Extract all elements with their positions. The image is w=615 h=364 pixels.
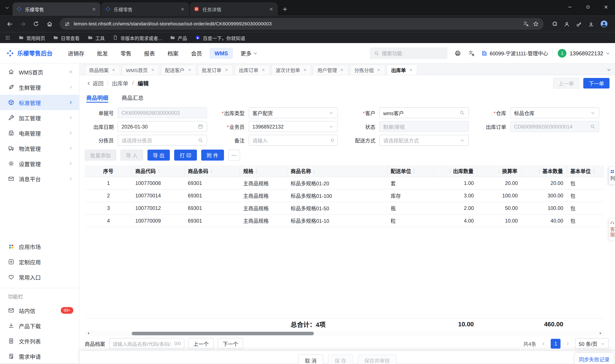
tab-close-icon[interactable] [180, 6, 185, 12]
sidebar-shortcut[interactable]: 常用入口 [0, 270, 79, 285]
column-header[interactable]: 商品条码 [185, 165, 240, 177]
browser-tab[interactable]: 乐檬零售 [13, 2, 100, 16]
columns-panel-handle[interactable]: 列 [609, 166, 615, 185]
table-row[interactable]: 410077000969301主商品规格标品多规格01-10粒4.0010.00… [85, 215, 604, 227]
sidebar-item[interactable]: 标准管理 [0, 95, 79, 110]
function-search-input[interactable]: 搜索功能 [370, 47, 447, 59]
extensions-button[interactable] [551, 20, 558, 27]
tab-close-icon[interactable] [377, 68, 381, 72]
apps-grid-button[interactable] [5, 35, 11, 40]
sidebar-item[interactable]: 设置管理 [0, 156, 79, 171]
table-row[interactable]: 110077000869301主商品规格标品多规格01-20套1.0020.00… [85, 177, 604, 189]
tab-search-button[interactable] [1, 0, 13, 16]
workspace-tab[interactable]: 商品档案 [85, 65, 120, 75]
next-page-button[interactable] [565, 341, 571, 346]
bookmark-star-button[interactable] [533, 21, 539, 27]
sidebar-tool[interactable]: 产品下载 [0, 318, 79, 333]
browser-reload-button[interactable] [30, 18, 42, 30]
translate-button[interactable]: 文 [523, 21, 529, 27]
workspace-tab[interactable]: 配送客户 [161, 65, 196, 75]
bookmark-item[interactable]: 百度一下，你就知道 [195, 34, 245, 41]
subtab[interactable]: 商品明细 [86, 91, 108, 104]
tab-close-icon[interactable] [112, 68, 116, 72]
tab-list-button[interactable] [606, 66, 612, 73]
sidebar-shortcut[interactable]: 应用市场 [0, 239, 79, 254]
tab-close-icon[interactable] [261, 68, 265, 72]
tab-close-icon[interactable] [91, 6, 97, 12]
product-search-input[interactable]: 请输入商品名称/代码/条码/… 0/0 [109, 338, 184, 349]
sidebar-collapse-icon[interactable] [68, 69, 73, 75]
tab-close-icon[interactable] [224, 68, 228, 72]
browser-home-button[interactable] [43, 18, 56, 30]
browser-forward-button[interactable] [16, 18, 29, 30]
nav-item[interactable]: 会员 [186, 47, 207, 59]
current-page[interactable]: 1 [551, 338, 560, 348]
sidebar-item[interactable]: 生鲜管理 [0, 79, 79, 95]
field-select-input[interactable]: 13968922132 [249, 121, 338, 132]
workspace-tab[interactable]: 分拣分组 [350, 65, 385, 75]
password-manager-button[interactable] [576, 20, 582, 27]
browser-tab[interactable]: 乐檬零售 [101, 2, 189, 16]
nav-item[interactable]: 进销存 [63, 47, 89, 59]
column-header[interactable]: 基本单位 [567, 165, 604, 177]
column-header[interactable]: 配送单位 [388, 165, 434, 177]
sidebar-item[interactable]: 加工管理 [0, 110, 79, 125]
new-tab-button[interactable] [278, 2, 292, 16]
sync-fail-log-button[interactable]: 同步失败记录 [575, 353, 614, 364]
field-select-input[interactable]: 请选择配送方式 [379, 135, 469, 146]
prev-match-button[interactable]: 上一个 [188, 338, 214, 349]
subtab[interactable]: 商品汇总 [122, 91, 144, 104]
site-settings-button[interactable] [64, 21, 70, 27]
field-search-input[interactable]: wms客户 [379, 107, 469, 118]
toolbar-button[interactable]: 导 入 [121, 150, 143, 161]
language-button[interactable]: 文 [468, 50, 475, 57]
next-order-button[interactable]: 下一单 [583, 78, 610, 88]
page-size-select[interactable]: 50 条/页 [575, 338, 609, 349]
browser-tab[interactable]: 任务详情 [190, 2, 278, 16]
nav-item[interactable]: WMS [210, 48, 233, 59]
window-close-button[interactable] [597, 0, 615, 14]
table-row[interactable]: 210077001469301主商品规格标品多规格01-100库存3.00100… [85, 190, 604, 202]
field-text-input[interactable]: 请输入0 [249, 135, 338, 146]
prev-order-button[interactable]: 上一单 [553, 78, 579, 88]
column-header[interactable]: 序号 [85, 165, 132, 177]
column-header[interactable]: 换算率 [478, 165, 522, 177]
user-menu[interactable]: 1 13968922132 [558, 49, 610, 57]
field-date-input[interactable]: 2026-01-30 [118, 121, 207, 132]
customer-service-handle[interactable]: 客服 [609, 218, 615, 241]
app-logo[interactable]: 乐檬零售后台 [6, 49, 53, 57]
print-button[interactable] [454, 50, 461, 57]
sidebar-item[interactable]: 消息平台 [0, 171, 79, 186]
next-match-button[interactable]: 下一个 [218, 338, 243, 349]
workspace-tab[interactable]: 出库订单 [234, 65, 270, 75]
browser-back-button[interactable] [3, 18, 16, 30]
field-search-input[interactable]: CD600999926030000014 [510, 121, 599, 132]
toolbar-button[interactable]: 导 出 [147, 150, 170, 161]
tab-close-icon[interactable] [340, 68, 344, 72]
bookmark-item[interactable]: 工具 [87, 34, 105, 41]
tab-close-icon[interactable] [303, 68, 307, 72]
cancel-button[interactable]: 取 消 [298, 354, 323, 364]
field-search-input[interactable]: 请选择分拣员 [118, 135, 207, 146]
nav-item[interactable]: 批发 [92, 47, 113, 59]
sidebar-tool[interactable]: 站内信99+ [0, 303, 79, 318]
field-text-input[interactable]: 制单|审核 [379, 121, 469, 132]
workspace-tab[interactable]: 批发订单 [197, 65, 233, 75]
save-button[interactable]: 保 存 [328, 354, 353, 364]
column-header[interactable]: 商品名称 [288, 165, 388, 177]
bookmark-item[interactable]: 日常查看 [53, 34, 80, 41]
sidebar-item[interactable]: WMS首页 [0, 64, 79, 79]
sidebar-item[interactable]: 电商管理 [0, 125, 79, 141]
scrollbar-thumb[interactable] [132, 331, 314, 335]
table-row[interactable]: 310077001269301主商品规格标品多规格01-50瓶2.0050.00… [85, 202, 604, 215]
toolbar-button[interactable]: 打 印 [174, 150, 197, 161]
nav-item[interactable]: 零售 [115, 47, 137, 59]
scroll-left-button[interactable] [86, 331, 91, 336]
workspace-tab[interactable]: 出库单 [387, 65, 417, 75]
bookmark-item[interactable]: 非版本的需求或者... [112, 34, 162, 41]
nav-item[interactable]: 报表 [139, 47, 160, 59]
scroll-right-button[interactable] [598, 331, 603, 336]
back-button[interactable]: 返回 [86, 79, 103, 87]
window-maximize-button[interactable] [579, 0, 597, 14]
more-actions-button[interactable]: ⋯ [228, 150, 240, 161]
